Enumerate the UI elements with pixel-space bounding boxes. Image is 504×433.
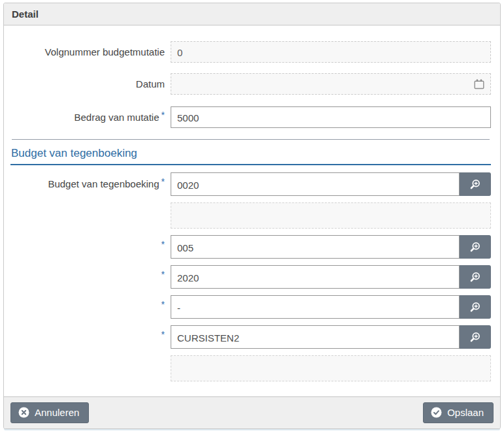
zoom-in-icon bbox=[469, 272, 480, 283]
detail-panel: Detail Volgnummer budgetmutatie Datum bbox=[3, 3, 501, 429]
panel-body: Volgnummer budgetmutatie Datum Bedrag va… bbox=[4, 25, 500, 396]
zoom-in-icon bbox=[469, 242, 480, 253]
bedrag-label: Bedrag van mutatie* bbox=[10, 112, 171, 123]
datum-label: Datum bbox=[10, 78, 171, 89]
zoom-in-icon bbox=[469, 179, 480, 190]
form-row-dimension-1: * bbox=[10, 235, 491, 259]
form-row-dimension-2: * bbox=[10, 265, 491, 289]
cancel-button[interactable]: Annuleren bbox=[10, 402, 89, 423]
dimension-1-input[interactable] bbox=[171, 235, 460, 259]
volgnummer-field bbox=[171, 41, 491, 63]
required-asterisk: * bbox=[161, 176, 165, 187]
datum-input bbox=[171, 73, 491, 95]
dimension-2-input[interactable] bbox=[171, 265, 460, 289]
datum-field bbox=[171, 73, 491, 95]
budget-label: Budget van tegenboeking* bbox=[10, 178, 171, 189]
bedrag-field bbox=[171, 106, 491, 128]
volgnummer-label: Volgnummer budgetmutatie bbox=[10, 46, 171, 57]
dimension-1-lookup-button[interactable] bbox=[460, 235, 491, 259]
required-asterisk: * bbox=[161, 329, 165, 340]
dimension-4-input[interactable] bbox=[171, 325, 460, 349]
zoom-in-icon bbox=[469, 302, 480, 313]
required-asterisk: * bbox=[161, 239, 165, 249]
dimension-2-lookup-button[interactable] bbox=[460, 265, 491, 289]
form-row-volgnummer: Volgnummer budgetmutatie bbox=[10, 41, 491, 63]
dimension-4-lookup-button[interactable] bbox=[460, 325, 491, 349]
form-row-dimension-4: * bbox=[10, 325, 491, 349]
budget-input[interactable] bbox=[171, 172, 460, 196]
panel-footer: Annuleren Opslaan bbox=[4, 396, 500, 428]
required-asterisk: * bbox=[161, 269, 165, 280]
bedrag-input[interactable] bbox=[171, 106, 491, 128]
panel-title: Detail bbox=[4, 3, 500, 25]
form-row-budget: Budget van tegenboeking* bbox=[10, 172, 491, 196]
zoom-in-icon bbox=[469, 332, 480, 343]
form-row-datum: Datum bbox=[10, 73, 491, 95]
save-button[interactable]: Opslaan bbox=[423, 402, 494, 423]
check-circle-icon bbox=[431, 407, 442, 418]
form-row-empty-1 bbox=[10, 202, 491, 229]
budget-description-box bbox=[171, 202, 491, 229]
dimension-description-box bbox=[171, 355, 491, 381]
times-circle-icon bbox=[18, 407, 29, 418]
dimension-3-input[interactable] bbox=[171, 295, 460, 319]
form-row-dimension-3: * bbox=[10, 295, 491, 319]
form-row-bedrag: Bedrag van mutatie* bbox=[10, 106, 491, 128]
section-title: Budget van tegenboeking bbox=[10, 140, 491, 165]
volgnummer-input bbox=[171, 41, 491, 63]
required-asterisk: * bbox=[161, 110, 165, 120]
save-button-label: Opslaan bbox=[447, 407, 484, 418]
form-row-empty-2 bbox=[10, 355, 491, 381]
budget-field bbox=[171, 172, 491, 196]
required-asterisk: * bbox=[161, 299, 165, 310]
dimension-3-lookup-button[interactable] bbox=[460, 295, 491, 319]
cancel-button-label: Annuleren bbox=[35, 407, 79, 418]
budget-lookup-button[interactable] bbox=[460, 172, 491, 196]
